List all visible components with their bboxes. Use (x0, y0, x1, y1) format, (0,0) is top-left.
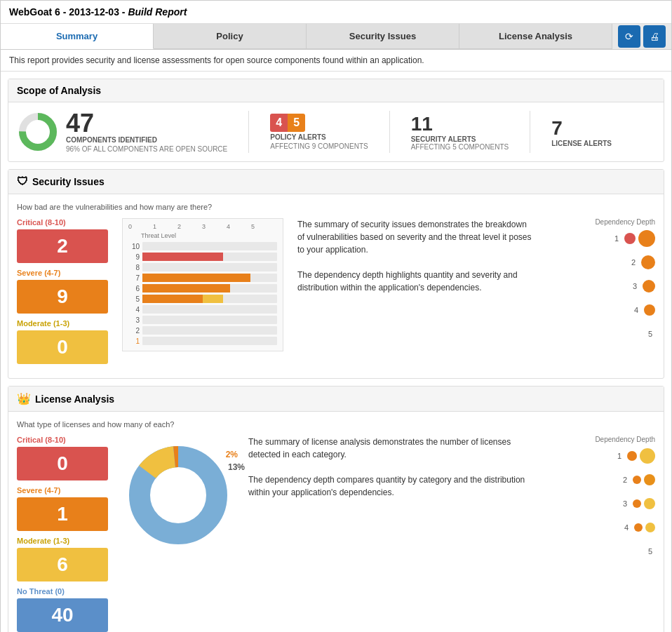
lic-depth-dot-1-yellow (640, 448, 655, 464)
depth-dot-4-orange (644, 304, 655, 316)
security-alerts-block: 11 SECURITY ALERTS AFFECTING 5 COMPONENT… (411, 113, 509, 151)
threat-bar-chart: 0 1 2 3 4 5 Threat Level 10 (122, 218, 283, 351)
license-alerts-block: 7 LICENSE ALERTS (551, 117, 612, 147)
lic-depth-row-5: 5 (550, 542, 655, 561)
tab-security-issues[interactable]: Security Issues (307, 24, 459, 49)
tab-policy[interactable]: Policy (154, 24, 307, 49)
depth-dot-1-orange (638, 230, 655, 247)
security-section: 🛡 Security Issues How bad are the vulner… (8, 169, 664, 379)
license-alerts-label: LICENSE ALERTS (551, 140, 612, 147)
bar-5-red (142, 295, 203, 303)
lic-severe-box: 1 (17, 497, 108, 531)
lic-nothreat-box: 40 (17, 598, 108, 632)
security-severity-col: Critical (8-10) 2 Severe (4-7) 9 Moderat… (17, 218, 115, 370)
license-content: Critical (8-10) 0 Severe (4-7) 1 Moderat… (17, 436, 655, 632)
bar-row-6: 6 (128, 284, 277, 293)
moderate-label: Moderate (1-3) (17, 319, 115, 328)
license-severity-col: Critical (8-10) 0 Severe (4-7) 1 Moderat… (17, 436, 115, 632)
bar-row-9: 9 (128, 253, 277, 261)
components-info: 47 COMPONENTS IDENTIFIED 96% OF ALL COMP… (66, 111, 227, 153)
scope-section: Scope of Analysis 47 COMPONENTS IDENTIFI… (8, 79, 664, 162)
lic-depth-row-2: 2 (550, 470, 655, 490)
license-icon: 👑 (17, 392, 31, 405)
license-header: 👑 License Analysis (8, 386, 664, 412)
security-description: The summary of security issues demonstra… (290, 218, 543, 294)
lic-critical-label: Critical (8-10) (17, 436, 115, 444)
license-body: What type of licenses and how many of ea… (8, 412, 664, 632)
license-desc-text: The summary of license analysis demonstr… (248, 436, 536, 461)
lic-moderate-label: Moderate (1-3) (17, 537, 115, 545)
license-depth-col: Dependency Depth 1 2 3 (550, 436, 655, 565)
components-sub: 96% OF ALL COMPONENTS ARE OPEN SOURCE (66, 145, 227, 153)
shield-icon: 🛡 (17, 175, 28, 188)
divider-2 (389, 111, 390, 153)
security-title: Security Issues (32, 176, 105, 187)
critical-box: 2 (17, 229, 108, 263)
lic-depth-dot-3b (644, 498, 655, 509)
bar-5-orange (203, 295, 223, 303)
donut-label-2pct: 2% (226, 450, 238, 459)
svg-point-5 (152, 469, 205, 522)
lic-depth-row-3: 3 (550, 494, 655, 513)
scope-row: 47 COMPONENTS IDENTIFIED 96% OF ALL COMP… (17, 111, 655, 153)
chart-x-label-1: 1 (153, 223, 156, 230)
security-header: 🛡 Security Issues (8, 170, 664, 194)
page-header: WebGoat 6 - 2013-12-03 - Build Report (1, 1, 671, 24)
depth-row-5: 5 (550, 324, 655, 344)
report-description: This report provides security and licens… (1, 50, 671, 72)
security-alerts-label: SECURITY ALERTS (411, 135, 509, 143)
threat-level-label: Threat Level (141, 232, 176, 239)
chart-x-label-2: 2 (177, 223, 181, 230)
security-content: Critical (8-10) 2 Severe (4-7) 9 Moderat… (17, 218, 655, 370)
bar-row-5: 5 (128, 295, 277, 303)
scope-header: Scope of Analysis (8, 79, 664, 102)
print-button[interactable]: 🖨 (643, 25, 666, 48)
components-count: 47 (66, 111, 227, 136)
policy-alerts-block: 4 5 POLICY ALERTS AFFECTING 9 COMPONENTS (270, 114, 368, 150)
bar-row-10: 10 (128, 242, 277, 250)
lic-depth-dot-4b (645, 523, 655, 532)
chart-x-label-3: 3 (202, 223, 206, 230)
chart-x-label-4: 4 (227, 223, 230, 230)
tab-license-analysis[interactable]: License Analysis (459, 24, 612, 49)
security-alerts-sub: AFFECTING 5 COMPONENTS (411, 143, 509, 151)
lic-moderate-box: 6 (17, 548, 108, 581)
depth-header-security: Dependency Depth (550, 218, 655, 226)
policy-badges: 4 5 (270, 114, 305, 132)
depth-row-1: 1 (550, 229, 655, 248)
lic-depth-dot-4a (634, 523, 643, 532)
security-body: How bad are the vulnerabilities and how … (8, 194, 664, 378)
depth-dot-3-orange (643, 280, 655, 293)
lic-depth-row-1: 1 (550, 446, 655, 466)
lic-depth-dot-2b (644, 474, 655, 485)
depth-dot-1-red (624, 233, 636, 244)
severe-label: Severe (4-7) (17, 269, 115, 277)
lic-depth-dot-3a (633, 499, 641, 508)
tab-summary[interactable]: Summary (1, 24, 154, 49)
tabs-bar: Summary Policy Security Issues License A… (1, 24, 671, 50)
tabs-actions: ⟳ 🖨 (612, 25, 671, 48)
license-title: License Analysis (35, 394, 114, 405)
bar-7-orange (142, 274, 250, 282)
policy-alerts-sub: AFFECTING 9 COMPONENTS (270, 142, 368, 150)
bar-row-3: 3 (128, 316, 277, 324)
lic-critical-box: 0 (17, 447, 108, 480)
depth-row-4: 4 (550, 300, 655, 320)
lic-severe-label: Severe (4-7) (17, 486, 115, 495)
components-donut (17, 111, 59, 153)
bar-row-7: 7 (128, 274, 277, 282)
chart-x-label-5: 5 (251, 223, 255, 230)
license-alerts-count: 7 (551, 117, 612, 140)
depth-header-license: Dependency Depth (550, 436, 655, 443)
security-desc-text: The summary of security issues demonstra… (297, 218, 536, 256)
security-desc-text2: The dependency depth highlights quantity… (297, 269, 536, 294)
security-depth-col: Dependency Depth 1 2 3 (550, 218, 655, 348)
bar-9-red (142, 253, 223, 261)
severe-box: 9 (17, 280, 108, 314)
security-alerts-count: 11 (411, 113, 509, 135)
chart-x-label-0: 0 (128, 223, 132, 230)
main-container: WebGoat 6 - 2013-12-03 - Build Report Su… (0, 0, 672, 632)
lic-nothreat-label: No Threat (0) (17, 587, 115, 596)
policy-critical-badge: 4 (270, 114, 288, 132)
refresh-button[interactable]: ⟳ (618, 25, 640, 48)
